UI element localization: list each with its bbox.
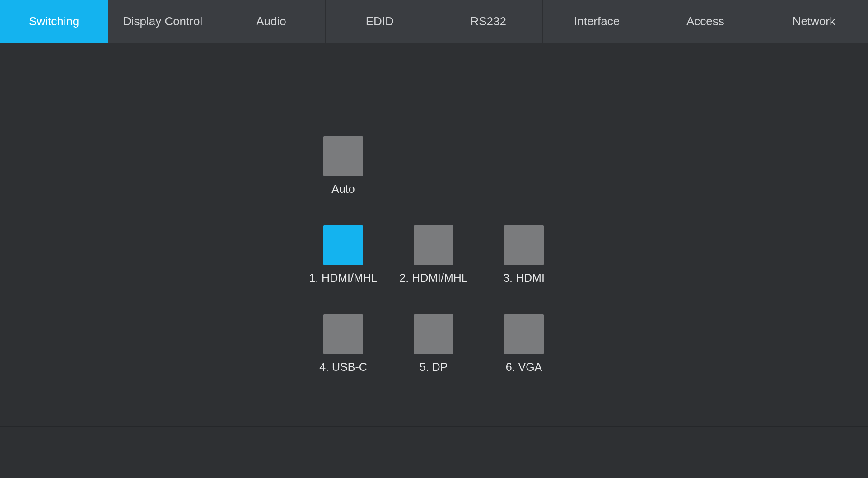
input-4-label: 4. USB-C xyxy=(319,361,367,374)
footer-bar xyxy=(0,426,868,478)
input-6-label: 6. VGA xyxy=(506,361,542,374)
input-cell-5: 5. DP xyxy=(388,314,479,374)
tab-label: Display Control xyxy=(123,14,202,28)
input-3-button[interactable] xyxy=(504,225,544,265)
tab-label: Audio xyxy=(256,14,286,28)
input-2-label: 2. HDMI/MHL xyxy=(399,272,467,285)
tab-edid[interactable]: EDID xyxy=(326,0,434,43)
input-5-button[interactable] xyxy=(414,314,453,354)
tab-audio[interactable]: Audio xyxy=(217,0,326,43)
input-cell-1: 1. HDMI/MHL xyxy=(298,225,388,285)
tab-interface[interactable]: Interface xyxy=(543,0,651,43)
tab-display-control[interactable]: Display Control xyxy=(108,0,217,43)
input-row-2: 4. USB-C 5. DP 6. VGA xyxy=(298,314,569,374)
switching-grid: Auto 1. HDMI/MHL 2. HDMI/MHL 3. HDMI xyxy=(298,136,569,403)
auto-label: Auto xyxy=(331,183,355,196)
auto-row: Auto xyxy=(298,136,569,196)
input-cell-3: 3. HDMI xyxy=(479,225,569,285)
input-5-label: 5. DP xyxy=(420,361,448,374)
tab-label: Network xyxy=(793,14,835,28)
auto-cell: Auto xyxy=(298,136,388,196)
input-4-button[interactable] xyxy=(323,314,363,354)
content-area: Auto 1. HDMI/MHL 2. HDMI/MHL 3. HDMI xyxy=(0,43,868,426)
input-cell-6: 6. VGA xyxy=(479,314,569,374)
auto-button[interactable] xyxy=(323,136,363,176)
input-1-label: 1. HDMI/MHL xyxy=(309,272,377,285)
input-3-label: 3. HDMI xyxy=(503,272,545,285)
input-2-button[interactable] xyxy=(414,225,453,265)
input-cell-4: 4. USB-C xyxy=(298,314,388,374)
tab-label: RS232 xyxy=(470,14,506,28)
tab-bar: Switching Display Control Audio EDID RS2… xyxy=(0,0,868,43)
app-root: Switching Display Control Audio EDID RS2… xyxy=(0,0,868,478)
tab-label: Interface xyxy=(574,14,620,28)
input-1-button[interactable] xyxy=(323,225,363,265)
tab-switching[interactable]: Switching xyxy=(0,0,108,43)
input-6-button[interactable] xyxy=(504,314,544,354)
input-cell-2: 2. HDMI/MHL xyxy=(388,225,479,285)
tab-network[interactable]: Network xyxy=(760,0,868,43)
tab-label: Switching xyxy=(29,14,79,28)
tab-label: EDID xyxy=(366,14,394,28)
tab-rs232[interactable]: RS232 xyxy=(434,0,543,43)
tab-label: Access xyxy=(686,14,724,28)
input-row-1: 1. HDMI/MHL 2. HDMI/MHL 3. HDMI xyxy=(298,225,569,285)
tab-access[interactable]: Access xyxy=(651,0,760,43)
